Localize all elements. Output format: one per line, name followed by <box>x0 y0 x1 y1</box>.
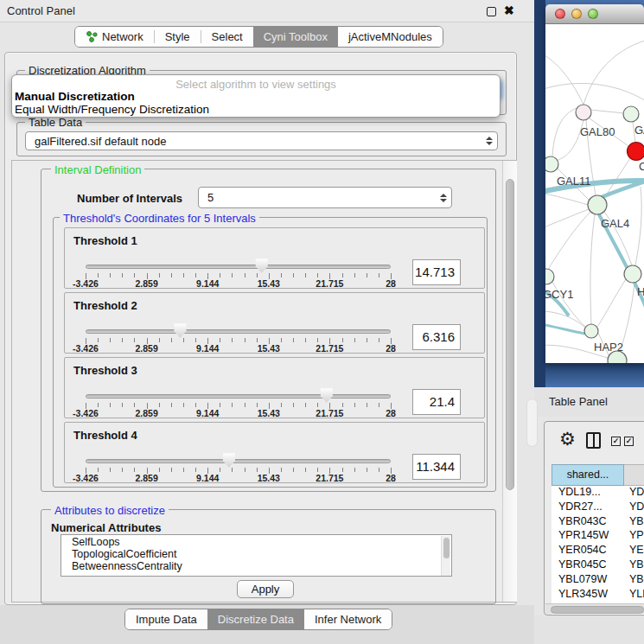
cell-name[interactable]: YER0 <box>624 544 644 558</box>
slider-tick <box>305 338 306 342</box>
combo-stepper-icon[interactable] <box>481 137 497 145</box>
cell-shared-name[interactable]: YDR27... <box>552 501 624 515</box>
cell-name[interactable]: YPR1 <box>624 529 644 544</box>
slider-track[interactable] <box>86 459 391 463</box>
slider-thumb[interactable] <box>222 453 236 468</box>
cell-name[interactable]: YBR0 <box>624 558 644 573</box>
column-header-shared[interactable]: shared... <box>552 464 624 486</box>
cell-name[interactable]: YLR3 <box>624 588 644 603</box>
slider-tick <box>195 273 196 277</box>
network-node[interactable] <box>576 105 591 120</box>
tab-discretize-data[interactable]: Discretize Data <box>207 609 304 629</box>
panel-splitter-handle[interactable] <box>526 399 538 447</box>
cell-shared-name[interactable]: YLR345W <box>552 588 624 603</box>
cell-shared-name[interactable]: YBR045C <box>552 558 624 573</box>
table-data-combobox[interactable]: galFiltered.sif default node <box>25 131 498 150</box>
tab-infer-network[interactable]: Infer Network <box>304 609 392 629</box>
list-scrollbar[interactable] <box>441 536 450 577</box>
network-node[interactable] <box>545 156 558 172</box>
attribute-list-item[interactable]: TopologicalCoefficient <box>61 547 451 559</box>
attribute-list-item[interactable]: SelfLoops <box>61 535 451 547</box>
table-row[interactable]: YPR145WYPR1 <box>552 529 644 544</box>
algorithm-hint-option[interactable]: Select algorithm to view settings <box>12 78 500 91</box>
threshold-value-field[interactable]: 14.713 <box>412 259 461 285</box>
slider-tick <box>342 273 343 277</box>
checkbox-icon[interactable]: ✓ <box>624 437 634 446</box>
float-panel-icon[interactable] <box>487 7 496 16</box>
table-row[interactable]: YER054CYER0 <box>552 544 644 558</box>
algorithm-option-equal-width[interactable]: Equal Width/Frequency Discretization <box>15 103 209 116</box>
slider-tick-label: -3.426 <box>73 278 99 289</box>
tab-style[interactable]: Style <box>155 27 201 47</box>
close-traffic-light-icon[interactable] <box>555 9 565 19</box>
cell-name[interactable]: YBL0 <box>624 573 644 588</box>
slider-thumb[interactable] <box>173 323 187 338</box>
minimize-traffic-light-icon[interactable] <box>571 9 582 19</box>
slider-tick <box>281 338 282 342</box>
slider-tick <box>317 338 318 342</box>
network-node[interactable] <box>584 324 598 338</box>
column-header-name[interactable]: n <box>624 464 644 486</box>
gear-icon[interactable]: ⚙ <box>559 430 576 448</box>
slider-tick <box>232 468 233 472</box>
tab-impute-data[interactable]: Impute Data <box>125 609 207 629</box>
slider-thumb[interactable] <box>255 258 269 273</box>
network-window-titlebar[interactable] <box>545 4 644 24</box>
slider-tick <box>305 403 306 407</box>
slider-tick <box>342 468 343 472</box>
cyni-mode-tabs: Impute DataDiscretize DataInfer Network <box>124 609 392 630</box>
list-scrollbar-thumb[interactable] <box>443 538 450 558</box>
network-canvas[interactable]: GAL80GACGAL11GAL4GCY1HHAP2 <box>545 24 644 363</box>
threshold-panel-1: Threshold 1-3.4262.8599.14415.4321.71528… <box>64 227 485 289</box>
split-columns-icon[interactable] <box>586 432 601 449</box>
tab-select[interactable]: Select <box>201 27 253 47</box>
table-row[interactable]: YBR043CYBR0 <box>552 515 644 530</box>
network-node[interactable] <box>588 195 607 214</box>
horizontal-scrollbar[interactable] <box>545 603 644 614</box>
intervals-stepper-icon[interactable] <box>436 194 451 202</box>
slider-track[interactable] <box>86 394 391 399</box>
algorithm-option-manual[interactable]: Manual Discretization <box>15 90 135 103</box>
cell-name[interactable]: YBR0 <box>624 515 644 530</box>
cell-shared-name[interactable]: YPR145W <box>552 529 624 544</box>
threshold-value-field[interactable]: 11.344 <box>412 454 461 480</box>
table-row[interactable]: YDR27...YDR2 <box>552 501 644 515</box>
cell-shared-name[interactable]: YBL079W <box>552 573 624 588</box>
threshold-value-field[interactable]: 6.316 <box>412 324 461 350</box>
horizontal-scrollbar-thumb[interactable] <box>551 606 644 614</box>
slider-track[interactable] <box>86 329 391 334</box>
slider-tick <box>98 273 99 277</box>
cell-shared-name[interactable]: YER054C <box>552 544 624 558</box>
table-row[interactable]: YDL19...YDL1 <box>552 486 644 501</box>
cell-name[interactable]: YDR2 <box>624 501 644 515</box>
cell-shared-name[interactable]: YBR043C <box>552 515 624 530</box>
slider-track[interactable] <box>86 265 391 269</box>
numerical-attributes-list[interactable]: SelfLoopsTopologicalCoefficientBetweenne… <box>61 534 452 577</box>
table-row[interactable]: YBR045CYBR0 <box>552 558 644 573</box>
attribute-list-item[interactable]: BetweennessCentrality <box>61 559 451 571</box>
checkbox-icon[interactable]: ✓ <box>611 437 621 446</box>
threshold-panel-4: Threshold 4-3.4262.8599.14415.4321.71528… <box>64 422 485 483</box>
cell-shared-name[interactable]: YDL19... <box>552 486 624 501</box>
threshold-value-field[interactable]: 21.4 <box>412 389 461 415</box>
vertical-scrollbar-thumb[interactable] <box>506 179 514 490</box>
apply-button[interactable]: Apply <box>237 580 294 598</box>
table-row[interactable]: YLR345WYLR3 <box>552 588 644 603</box>
slider-tick <box>110 403 111 407</box>
vertical-scrollbar[interactable] <box>502 161 517 602</box>
tab-cyni-toolbox[interactable]: Cyni Toolbox <box>253 27 338 47</box>
network-node[interactable] <box>628 143 644 161</box>
slider-tick <box>354 273 355 277</box>
table-row[interactable]: YBL079WYBL0 <box>552 573 644 588</box>
network-node[interactable] <box>623 106 639 122</box>
zoom-traffic-light-icon[interactable] <box>588 9 598 19</box>
cell-name[interactable]: YDL1 <box>624 486 644 501</box>
slider-tick <box>171 468 172 472</box>
number-of-intervals-combobox[interactable]: 5 <box>198 187 452 208</box>
slider-thumb[interactable] <box>320 388 334 403</box>
slider-tick <box>159 273 160 277</box>
close-panel-icon[interactable]: ✖ <box>504 3 514 17</box>
tab-jactivemnodules[interactable]: jActiveMNodules <box>338 27 443 47</box>
tab-network[interactable]: Network <box>75 27 154 47</box>
network-node[interactable] <box>624 265 641 283</box>
